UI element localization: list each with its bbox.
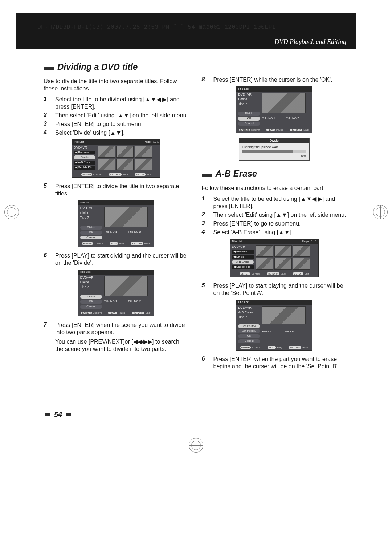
step-text: Press [ENTER] to divide the title in two…: [55, 183, 189, 197]
title-label: Title 7: [238, 102, 260, 106]
section-heading: Dividing a DVD title: [57, 62, 138, 72]
menu-item-divide: Divide: [74, 155, 95, 159]
ui-screenshot: Title List DVD+VR Divide Title 7 Divide …: [236, 86, 312, 133]
key-hint: RETURN: [132, 312, 144, 314]
cancel-button: Cancel: [80, 236, 102, 240]
right-column: 8 Press [ENTER] while the curser is on t…: [202, 62, 347, 372]
hint-label: Back: [146, 312, 151, 314]
step-number: 5: [44, 183, 50, 197]
step-number: 7: [44, 321, 50, 353]
step-number: 6: [202, 356, 208, 370]
title-no-1: Title NO.1: [104, 231, 117, 234]
key-hint: PLAY: [268, 346, 276, 349]
step-number: 6: [44, 252, 50, 267]
step-text: Select the title to be divided using [▲▼…: [55, 96, 189, 110]
disc-type-label: DVD+VR: [232, 245, 254, 249]
cancel-button: Cancel: [238, 339, 260, 343]
menu-item-rename: Rename: [74, 151, 95, 155]
manual-page: DF-H7DD3D-FB-I(GB) 2007.7.25 2:53 PM ˘ `…: [0, 0, 392, 555]
hint-label: Confirm: [252, 346, 261, 349]
title-no-2: Title NO.2: [128, 300, 141, 303]
divide-button: Divide: [80, 295, 102, 299]
page-indicator: Page : 1 / 1: [144, 141, 159, 144]
key-hint: ENTER: [240, 272, 250, 275]
section-intro: Follow these instructions to erase a cer…: [202, 185, 347, 192]
thumbnail: [116, 159, 134, 170]
ui-screenshot: Title List DVD+VR Divide Title 7 Divide …: [78, 270, 154, 316]
key-hint: ENTER: [240, 346, 251, 349]
panel-title: Title List: [73, 141, 84, 144]
thumbnail: [116, 146, 134, 158]
key-hint: PLAY: [110, 242, 118, 245]
hint-label: Confirm: [251, 272, 260, 275]
step-text: Select 'Divide' using [▲▼].: [55, 129, 189, 137]
step-text: Press [PLAY] to start playing and the cu…: [213, 282, 347, 297]
step-number: 2: [44, 112, 50, 119]
disc-type-label: DVD+VR: [74, 146, 95, 150]
key-hint: RETURN: [290, 129, 302, 131]
page-number-tick-icon: [45, 413, 50, 416]
panel-title: Title List: [232, 240, 242, 243]
step-number: 3: [202, 220, 208, 227]
menu-item-ab-erase: A-B Erase: [74, 161, 95, 165]
thumbnail: [256, 258, 273, 270]
disc-type-label: DVD+VR: [238, 93, 260, 97]
heading-bullet-icon: [44, 67, 54, 70]
ui-screenshot: Title List DVD+VR Divide Title 7 Divide …: [78, 200, 154, 247]
step-number: 5: [202, 282, 208, 297]
step-text: Then select 'Edit' using [▲▼] on the lef…: [55, 112, 189, 119]
ui-screenshot: Title List Page : 1 / 1 DVD+VR Rename Di…: [72, 139, 160, 178]
ok-button: OK: [238, 117, 260, 121]
panel-title: Title List: [80, 201, 91, 204]
key-hint: PLAY: [266, 129, 275, 131]
progress-message: Dividing title, please wait ...: [242, 145, 306, 149]
section-intro: Use to divide the title into two separat…: [44, 78, 189, 92]
hint-label: Play: [277, 346, 282, 349]
title-no-2: Title NO.2: [128, 231, 141, 234]
menu-item-ab-erase: A-B Erase: [232, 260, 254, 264]
step-text: Press [ENTER] to go to submenu.: [213, 220, 347, 227]
hint-label: Back: [302, 346, 308, 349]
ui-screenshot: Title List DVD+VR A-B Erase Title 7 Set …: [236, 300, 312, 351]
divide-label: Divide: [80, 211, 102, 215]
step-number: 2: [202, 211, 208, 219]
key-hint: RETURN: [289, 346, 301, 349]
hint-label: Pause: [276, 129, 283, 131]
hint-label: Play: [119, 242, 124, 245]
page-number: 54: [45, 410, 71, 419]
thumbnail: [274, 258, 292, 270]
hint-label: Confirm: [93, 312, 102, 314]
set-point-b-button: Set Point B: [238, 329, 260, 333]
panel-title: Title List: [80, 271, 91, 274]
set-point-a-button: Set Point A: [238, 324, 260, 328]
point-a-label: Point A: [262, 330, 271, 333]
disc-type-label: DVD+VR: [80, 276, 102, 280]
header-band: DF-H7DD3D-FB-I(GB) 2007.7.25 2:53 PM ˘ `…: [16, 13, 356, 49]
section-heading: A-B Erase: [216, 169, 257, 179]
progress-percent: 80%: [242, 154, 306, 157]
progress-dialog: Divide Dividing title, please wait ... 8…: [239, 138, 310, 161]
key-hint: SETUP: [135, 173, 145, 176]
registration-mark-icon: [373, 205, 388, 219]
title-label: Title 7: [238, 316, 260, 319]
key-hint: RETURN: [131, 242, 143, 245]
step-text: Select the title to be edited using [▲▼◀…: [213, 195, 347, 210]
registration-mark-icon: [189, 438, 203, 453]
step-text: Press [ENTER] when the scene you want to…: [55, 321, 189, 353]
thumbnail: [135, 159, 152, 170]
hint-label: Back: [281, 272, 286, 275]
hint-label: Exit: [305, 272, 309, 275]
step-text: Press [PLAY] to start dividing and the c…: [55, 252, 189, 267]
key-hint: ENTER: [239, 129, 250, 131]
step-text: Press [ENTER] when the part you want to …: [213, 356, 347, 370]
title-label: Title 7: [80, 285, 102, 289]
thumbnail: [274, 245, 292, 257]
divide-button: Divide: [80, 226, 102, 230]
disc-type-label: DVD+VR: [238, 306, 260, 310]
thumbnail: [98, 159, 115, 170]
preview-thumbnail: [262, 93, 306, 113]
key-hint: RETURN: [267, 272, 279, 275]
step-number: 4: [202, 229, 208, 236]
progress-bar: [242, 150, 306, 153]
step-text: Then select 'Edit' using [▲▼] on the lef…: [213, 211, 347, 219]
